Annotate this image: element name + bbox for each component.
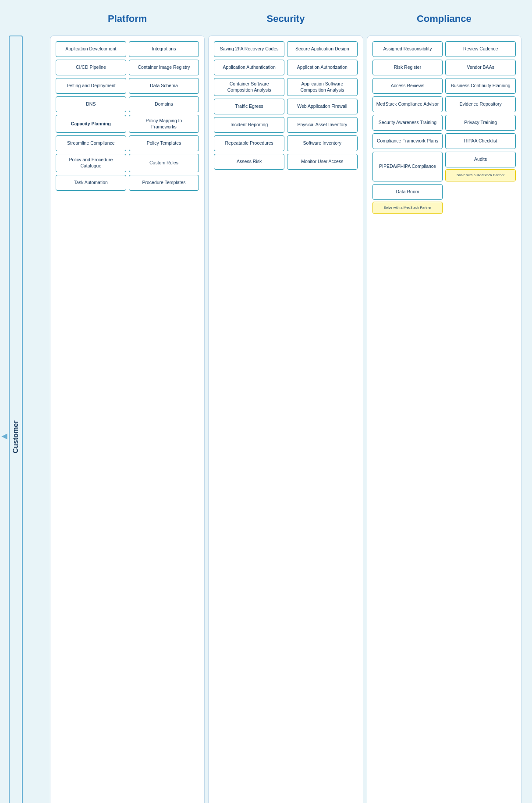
card-assess-risk: Assess Risk	[214, 154, 284, 170]
compliance-header: Compliance	[365, 9, 523, 31]
card-solve-partner-audits: Solve with a MedStack Partner	[445, 169, 516, 181]
card-evidence-repo: Evidence Repository	[445, 96, 516, 112]
card-policy-templates: Policy Templates	[129, 135, 199, 151]
card-security-awareness: Security Awareness Training	[372, 115, 443, 131]
card-pipeda-phipa: PIPEDA/PHIPA Compliance	[372, 152, 443, 181]
card-repeatable-proc: Repeatable Procedures	[214, 135, 284, 151]
card-capacity-planning: Capacity Planning	[56, 115, 126, 133]
customer-label: Customer	[9, 36, 23, 803]
customer-compliance-row-6: Compliance Framework Plans HIPAA Checkli…	[372, 133, 516, 149]
customer-security-row-5: Incident Reporting Physical Asset Invent…	[214, 117, 357, 133]
card-streamline-compliance: Streamline Compliance	[56, 135, 126, 151]
card-physical-asset: Physical Asset Inventory	[287, 117, 358, 133]
customer-security-row-1: Saving 2FA Recovery Codes Secure Applica…	[214, 41, 357, 57]
card-data-schema: Data Schema	[129, 78, 199, 94]
customer-security-row-4: Traffic Egress Web Application Firewall	[214, 99, 357, 114]
card-incident-reporting: Incident Reporting	[214, 117, 284, 133]
customer-platform-row-2: CI/CD Pipeline Container Image Registry	[56, 60, 199, 75]
card-hipaa-checklist: HIPAA Checklist	[445, 133, 516, 149]
card-assigned-resp: Assigned Responsibility	[372, 41, 443, 57]
customer-compliance-row-7: PIPEDA/PHIPA Compliance Audits Solve wit…	[372, 152, 516, 181]
card-access-reviews: Access Reviews	[372, 78, 443, 94]
card-risk-register: Risk Register	[372, 60, 443, 75]
card-domains: Domains	[129, 96, 199, 112]
card-policy-procedure: Policy and Procedure Catalogue	[56, 154, 126, 172]
card-task-automation: Task Automation	[56, 175, 126, 191]
card-traffic-egress: Traffic Egress	[214, 99, 284, 114]
customer-compliance-row-5: Security Awareness Training Privacy Trai…	[372, 115, 516, 131]
card-privacy-training: Privacy Training	[445, 115, 516, 131]
card-custom-roles: Custom Roles	[129, 154, 199, 172]
card-app-dev: Application Development	[56, 41, 126, 57]
customer-security-row-7: Assess Risk Monitor User Access	[214, 154, 357, 170]
platform-header: Platform	[48, 9, 206, 31]
customer-compliance-row-2: Risk Register Vendor BAAs	[372, 60, 516, 75]
card-container-image: Container Image Registry	[129, 60, 199, 75]
card-procedure-templates: Procedure Templates	[129, 175, 199, 191]
card-app-auth: Application Authentication	[214, 60, 284, 75]
customer-security-row-2: Application Authentication Application A…	[214, 60, 357, 75]
card-container-sca: Container Software Composition Analysis	[214, 78, 284, 96]
column-headers: Platform Security Compliance	[9, 9, 523, 31]
card-monitor-user-access: Monitor User Access	[287, 154, 358, 170]
customer-compliance-row-1: Assigned Responsibility Review Cadence	[372, 41, 516, 57]
customer-platform-row-6: Streamline Compliance Policy Templates	[56, 135, 199, 151]
security-header: Security	[206, 9, 365, 31]
customer-label-container: Customer	[9, 36, 48, 803]
customer-security-row-6: Repeatable Procedures Software Inventory	[214, 135, 357, 151]
customer-compliance-row-4: MedStack Compliance Advisor Evidence Rep…	[372, 96, 516, 112]
customer-compliance-row-3: Access Reviews Business Continuity Plann…	[372, 78, 516, 94]
card-waf: Web Application Firewall	[287, 99, 358, 114]
customer-platform: Application Development Integrations CI/…	[50, 36, 205, 803]
customer-platform-row-5: Capacity Planning Policy Mapping to Fram…	[56, 115, 199, 133]
card-audits: Audits	[445, 152, 516, 167]
card-saving-2fa: Saving 2FA Recovery Codes	[214, 41, 284, 57]
customer-security-row-3: Container Software Composition Analysis …	[214, 78, 357, 96]
card-secure-app-design: Secure Application Design	[287, 41, 358, 57]
card-review-cadence: Review Cadence	[445, 41, 516, 57]
customer-platform-row-3: Testing and Deployment Data Schema	[56, 78, 199, 94]
customer-platform-row-1: Application Development Integrations	[56, 41, 199, 57]
card-app-authorization: Application Authorization	[287, 60, 358, 75]
card-bcp-customer: Business Continuity Planning	[445, 78, 516, 94]
card-testing-deploy: Testing and Deployment	[56, 78, 126, 94]
customer-security: Saving 2FA Recovery Codes Secure Applica…	[208, 36, 363, 803]
customer-platform-row-7: Policy and Procedure Catalogue Custom Ro…	[56, 154, 199, 172]
card-policy-mapping: Policy Mapping to Frameworks	[129, 115, 199, 133]
card-compliance-framework: Compliance Framework Plans	[372, 133, 443, 149]
customer-platform-row-8: Task Automation Procedure Templates	[56, 175, 199, 191]
customer-compliance-row-8: Data Room Solve with a MedStack Partner	[372, 184, 516, 214]
card-integrations: Integrations	[129, 41, 199, 57]
customer-compliance: Assigned Responsibility Review Cadence R…	[367, 36, 521, 803]
customer-platform-row-4: DNS Domains	[56, 96, 199, 112]
card-solve-partner-dataroom: Solve with a MedStack Partner	[372, 202, 443, 214]
card-vendor-baas: Vendor BAAs	[445, 60, 516, 75]
card-medstack-compliance-advisor: MedStack Compliance Advisor	[372, 96, 443, 112]
customer-section: Customer Application Development Integra…	[9, 36, 523, 803]
card-software-inventory: Software Inventory	[287, 135, 358, 151]
card-data-room: Data Room	[372, 184, 443, 200]
card-app-sca: Application Software Composition Analysi…	[287, 78, 358, 96]
card-dns: DNS	[56, 96, 126, 112]
card-cicd-pipeline: CI/CD Pipeline	[56, 60, 126, 75]
